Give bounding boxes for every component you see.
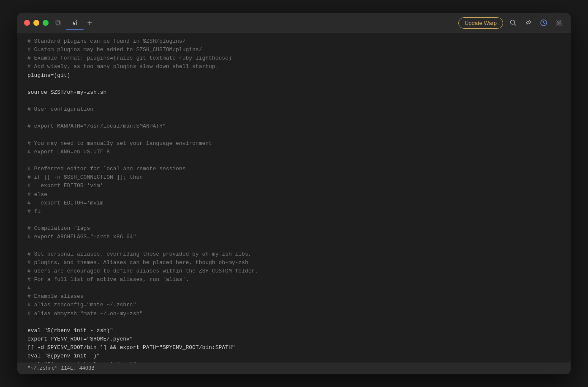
- tab-area: vi +: [66, 17, 458, 29]
- svg-point-3: [558, 22, 560, 24]
- code-line: # Add wisely, as too many plugins slow d…: [17, 63, 571, 71]
- code-line: eval "$(rbenv init - zsh)": [17, 327, 571, 335]
- code-line: # users are encouraged to define aliases…: [17, 267, 571, 275]
- editor-content[interactable]: # Standard plugins can be found in $ZSH/…: [17, 33, 571, 362]
- code-line: export PYENV_ROOT="$HOME/.pyenv": [17, 335, 571, 343]
- status-text: "~/.zshrc" 114L, 4403B: [27, 365, 94, 371]
- code-line: # User configuration: [17, 105, 571, 114]
- code-line: # For a full list of active aliases, run…: [17, 275, 571, 284]
- code-line: [17, 318, 571, 327]
- settings-icon[interactable]: [554, 18, 564, 28]
- titlebar-right: Update Warp: [458, 17, 564, 29]
- code-line: plugins=(git): [17, 71, 571, 80]
- code-line: [17, 156, 571, 165]
- code-line: # Example format: plugins=(rails git tex…: [17, 54, 571, 63]
- status-bar: "~/.zshrc" 114L, 4403B: [17, 362, 571, 374]
- code-line: [17, 80, 571, 88]
- code-line: # Preferred editor for local and remote …: [17, 165, 571, 173]
- code-line: [17, 216, 571, 224]
- code-line: # export ARCHFLAGS="-arch x86_64": [17, 233, 571, 241]
- close-button[interactable]: [24, 20, 30, 26]
- code-line: [17, 114, 571, 122]
- traffic-lights: [24, 20, 49, 26]
- code-line: # plugins, and themes. Aliases can be pl…: [17, 259, 571, 267]
- split-icon[interactable]: ⧉: [55, 19, 61, 27]
- search-icon[interactable]: [508, 18, 518, 28]
- update-warp-button[interactable]: Update Warp: [458, 17, 503, 29]
- code-line: [17, 131, 571, 139]
- code-line: [17, 97, 571, 105]
- code-line: # alias ohmyzsh="mate ~/.oh-my-zsh": [17, 310, 571, 318]
- code-line: # export EDITOR='vim': [17, 182, 571, 190]
- code-line: # if [[ -n $SSH_CONNECTION ]]; then: [17, 173, 571, 182]
- code-line: # Custom plugins may be added to $ZSH_CU…: [17, 46, 571, 54]
- code-line: # export EDITOR='mvim': [17, 199, 571, 207]
- code-line: eval "$(pyenv init -)": [17, 352, 571, 360]
- code-line: # Standard plugins can be found in $ZSH/…: [17, 37, 571, 46]
- pin-icon[interactable]: [523, 18, 534, 28]
- add-tab-button[interactable]: +: [84, 19, 95, 27]
- code-line: # Set personal aliases, overriding those…: [17, 250, 571, 259]
- code-line: # alias zshconfig="mate ~/.zshrc": [17, 301, 571, 309]
- editor-area: # Standard plugins can be found in $ZSH/…: [17, 33, 571, 374]
- code-line: # Compilation flags: [17, 224, 571, 233]
- code-line: # else: [17, 191, 571, 199]
- titlebar: ⧉ vi + Update Warp: [17, 13, 571, 33]
- code-line: # Example aliases: [17, 292, 571, 301]
- code-line: source $ZSH/oh-my-zsh.sh: [17, 88, 571, 97]
- tab-vi[interactable]: vi: [66, 17, 84, 29]
- code-line: # You may need to manually set your lang…: [17, 139, 571, 148]
- code-line: [17, 241, 571, 250]
- minimize-button[interactable]: [33, 20, 39, 26]
- svg-line-1: [514, 24, 516, 26]
- code-line: # export MANPATH="/usr/local/man:$MANPAT…: [17, 122, 571, 131]
- code-line: #: [17, 284, 571, 292]
- code-line: [[ -d $PYENV_ROOT/bin ]] && export PATH=…: [17, 343, 571, 352]
- code-line: # fi: [17, 207, 571, 216]
- ai-icon[interactable]: [539, 18, 549, 28]
- maximize-button[interactable]: [43, 20, 49, 26]
- code-line: # export LANG=en_US.UTF-8: [17, 148, 571, 156]
- terminal-window: ⧉ vi + Update Warp: [17, 13, 571, 374]
